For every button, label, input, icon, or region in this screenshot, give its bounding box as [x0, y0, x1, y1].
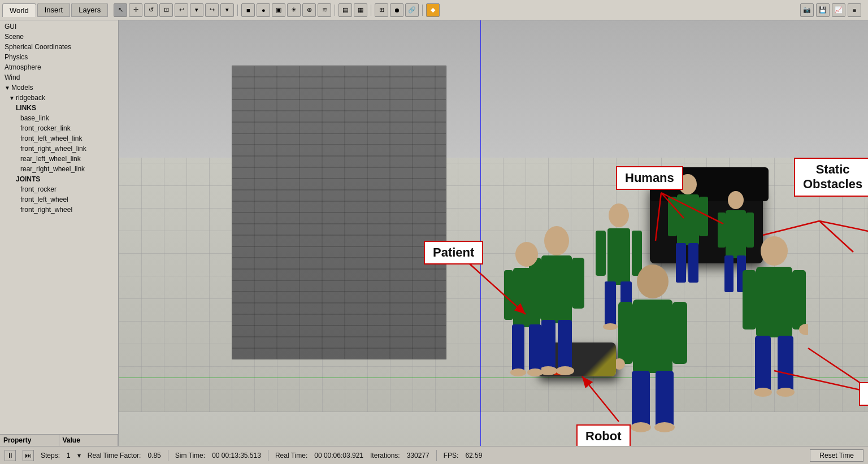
toolbar-right-icons: 📷 💾 📈 ≡ [800, 3, 861, 17]
sidebar-item-front-right-wheel[interactable]: front_right_wheel [0, 205, 118, 215]
svg-rect-47 [513, 268, 540, 327]
select-tool-btn[interactable]: ↖ [114, 3, 127, 17]
rtf-value: 0.85 [147, 452, 160, 459]
sidebar-item-rear-left-wheel-link[interactable]: rear_left_wheel_link [0, 154, 118, 164]
sidebar-item-front-rocker[interactable]: front_rocker [0, 184, 118, 194]
rotate-tool-btn[interactable]: ↺ [144, 3, 158, 17]
realtime-label: Real Time: [275, 452, 307, 459]
status-bar: ⏸ ⏭ Steps: 1 ▾ Real Time Factor: 0.85 Si… [0, 446, 868, 464]
sidebar-item-gui[interactable]: GUI [0, 21, 118, 32]
pointlight-btn[interactable]: ☀ [287, 3, 301, 17]
svg-rect-28 [688, 243, 698, 283]
steps-dropdown[interactable]: ▾ [77, 452, 81, 459]
annotation-patient: Patient [424, 241, 483, 264]
svg-rect-21 [672, 302, 687, 364]
svg-rect-35 [718, 213, 726, 248]
copy-btn[interactable]: ▤ [338, 3, 352, 17]
sidebar-item-links[interactable]: LINKS [0, 103, 118, 113]
sidebar-item-front-rocker-link[interactable]: front_rocker_link [0, 123, 118, 133]
camera-icon[interactable]: 📷 [800, 3, 814, 17]
steps-label: Steps: [41, 452, 60, 459]
rtf-label: Real Time Factor: [88, 452, 141, 459]
translate-tool-btn[interactable]: ✛ [129, 3, 142, 17]
link-btn[interactable]: 🔗 [405, 3, 419, 17]
toolbar-separator-2 [335, 5, 335, 16]
redo-dropdown-btn[interactable]: ▾ [220, 3, 234, 17]
sidebar-item-atmosphere[interactable]: Atmosphere [0, 62, 118, 72]
svg-point-53 [527, 368, 543, 376]
sidebar-item-models[interactable]: ▼Models [0, 83, 118, 93]
sidebar-item-joints[interactable]: JOINTS [0, 174, 118, 184]
svg-point-46 [515, 242, 538, 267]
svg-point-23 [654, 422, 675, 432]
annotation-robot: Robot [576, 424, 631, 446]
reset-time-button[interactable]: Reset Time [810, 449, 863, 462]
svg-point-52 [510, 368, 526, 376]
sidebar-item-ridgeback[interactable]: ▼ridgeback [0, 93, 118, 103]
svg-rect-26 [677, 194, 699, 245]
menu-icon[interactable]: ≡ [848, 3, 861, 17]
toolbar-separator-3 [371, 5, 371, 16]
person-right-large [740, 235, 808, 410]
undo-btn[interactable]: ↩ [175, 3, 188, 17]
sidebar-property-panel: Property Value [0, 434, 118, 446]
value-column-header: Value [59, 435, 119, 446]
sidebar-item-spherical-coordinates[interactable]: Spherical Coordinates [0, 42, 118, 52]
sidebar-item-wind[interactable]: Wind [0, 72, 118, 83]
svg-point-7 [556, 366, 574, 375]
scene-background: Patient Humans StaticObstacles Robot Hum… [119, 20, 868, 446]
blue-axis-line [480, 20, 481, 446]
person-patient [503, 241, 551, 382]
iterations-label: Iterations: [370, 452, 400, 459]
fps-label: FPS: [444, 452, 459, 459]
sphere-shape-btn[interactable]: ● [257, 3, 270, 17]
save-icon[interactable]: 💾 [816, 3, 830, 17]
svg-rect-18 [632, 371, 650, 427]
toolbar: ↖ ✛ ↺ ⊡ ↩ ▾ ↪ ▾ ■ ● ▣ ☀ ⊛ ≋ ▤ ▦ ⊞ ⏺ 🔗 ◆ [114, 3, 800, 17]
svg-rect-5 [572, 258, 584, 309]
status-separator-2 [268, 450, 268, 461]
svg-rect-42 [792, 270, 806, 329]
sidebar-item-front-left-wheel[interactable]: front_left_wheel [0, 194, 118, 205]
sidebar-item-front-right-wheel-link[interactable]: front_right_wheel_link [0, 144, 118, 154]
cylinder-shape-btn[interactable]: ▣ [272, 3, 285, 17]
svg-rect-20 [618, 302, 633, 364]
tab-world[interactable]: World [2, 3, 36, 17]
svg-rect-29 [668, 197, 677, 236]
sidebar: GUI Scene Spherical Coordinates Physics … [0, 20, 119, 446]
graph-icon[interactable]: 📈 [832, 3, 845, 17]
svg-point-37 [761, 236, 788, 266]
sidebar-item-front-left-wheel-link[interactable]: front_left_wheel_link [0, 133, 118, 144]
step-button[interactable]: ⏭ [23, 450, 34, 461]
dirlight-btn[interactable]: ≋ [318, 3, 331, 17]
svg-rect-10 [605, 281, 616, 327]
sidebar-item-physics[interactable]: Physics [0, 52, 118, 62]
svg-point-44 [776, 388, 795, 397]
person-upper-right [667, 173, 709, 292]
iterations-value: 330277 [407, 452, 429, 459]
spotlight-btn[interactable]: ⊛ [302, 3, 316, 17]
viewport[interactable]: Patient Humans StaticObstacles Robot Hum… [119, 20, 868, 446]
plot-btn[interactable]: ◆ [426, 3, 440, 17]
annotation-humans-bottom: Humans [859, 382, 868, 406]
sidebar-item-rear-right-wheel-link[interactable]: rear_right_wheel_link [0, 164, 118, 174]
sidebar-item-scene[interactable]: Scene [0, 32, 118, 42]
pause-button[interactable]: ⏸ [5, 450, 16, 461]
record-btn[interactable]: ⏺ [390, 3, 403, 17]
tab-layers[interactable]: Layers [71, 3, 108, 17]
screenshot-btn[interactable]: ⊞ [375, 3, 388, 17]
sidebar-item-base-link[interactable]: base_link [0, 113, 118, 123]
annotation-humans-top: Humans [616, 166, 683, 190]
tab-insert[interactable]: Insert [37, 3, 71, 17]
property-column-header: Property [0, 435, 59, 446]
box-shape-btn[interactable]: ■ [241, 3, 255, 17]
svg-rect-50 [504, 270, 513, 320]
scale-tool-btn[interactable]: ⊡ [159, 3, 173, 17]
redo-btn[interactable]: ↪ [205, 3, 219, 17]
toolbar-separator-1 [237, 5, 238, 16]
svg-rect-30 [699, 197, 708, 236]
undo-dropdown-btn[interactable]: ▾ [190, 3, 203, 17]
paste-btn[interactable]: ▦ [354, 3, 367, 17]
realtime-value: 00 00:06:03.921 [314, 452, 363, 459]
svg-rect-41 [743, 270, 756, 329]
